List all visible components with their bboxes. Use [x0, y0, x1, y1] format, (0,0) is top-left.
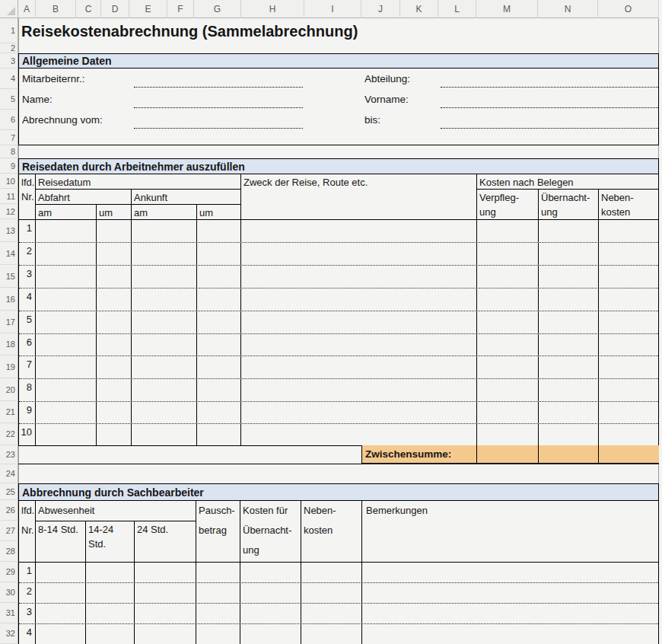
- clerk-row-cell[interactable]: [301, 604, 362, 623]
- subtotal-uebernachtung-cell[interactable]: [539, 445, 599, 463]
- clerk-row-cell[interactable]: [36, 624, 86, 644]
- row-header-16[interactable]: 16: [0, 288, 18, 311]
- clerk-row-number[interactable]: 1: [19, 563, 36, 582]
- travel-row-cell[interactable]: [36, 289, 97, 311]
- travel-row-cell[interactable]: [97, 334, 132, 355]
- travel-row-cell[interactable]: [197, 311, 241, 333]
- travel-row-number[interactable]: 5: [19, 311, 36, 333]
- header-verpflegung[interactable]: Verpfleg- ung: [477, 190, 539, 220]
- column-header-L[interactable]: L: [438, 0, 476, 18]
- travel-row-cell[interactable]: [599, 243, 658, 265]
- travel-row-cell[interactable]: [539, 379, 599, 401]
- travel-row-cell[interactable]: [241, 424, 477, 446]
- row-header-11[interactable]: 11: [0, 189, 18, 204]
- travel-row-cell[interactable]: [599, 311, 658, 333]
- travel-row-cell[interactable]: [241, 334, 477, 355]
- travel-row-cell[interactable]: [599, 424, 658, 446]
- travel-row-cell[interactable]: [539, 356, 599, 378]
- header-abfahrt-am[interactable]: am: [36, 205, 97, 220]
- travel-row-cell[interactable]: [132, 266, 197, 288]
- column-header-C[interactable]: C: [76, 0, 101, 18]
- travel-row-cell[interactable]: [36, 424, 97, 446]
- header-uebernachtung[interactable]: Übernacht- ung: [539, 190, 599, 220]
- clerk-row-number[interactable]: 4: [19, 624, 36, 644]
- row-header-29[interactable]: 29: [0, 562, 18, 582]
- travel-row-cell[interactable]: [197, 243, 241, 265]
- travel-row-cell[interactable]: [197, 220, 241, 242]
- column-header-M[interactable]: M: [476, 0, 538, 18]
- input-line-bis[interactable]: [441, 128, 658, 129]
- travel-row-cell[interactable]: [241, 289, 477, 311]
- clerk-row-cell[interactable]: [196, 583, 240, 603]
- header-ankunft-um[interactable]: um: [197, 205, 241, 220]
- travel-row-cell[interactable]: [539, 289, 599, 311]
- clerk-row-cell[interactable]: [240, 604, 301, 623]
- clerk-row-cell[interactable]: [196, 604, 240, 623]
- clerk-header-14-24-std[interactable]: 14-24 Std.: [86, 521, 135, 563]
- row-header-13[interactable]: 13: [0, 219, 18, 242]
- travel-row-cell[interactable]: [97, 220, 132, 242]
- row-header-3[interactable]: 3: [0, 53, 18, 69]
- travel-row-cell[interactable]: [477, 243, 539, 265]
- travel-row-cell[interactable]: [241, 266, 477, 288]
- row-header-30[interactable]: 30: [0, 582, 18, 603]
- row-header-9[interactable]: 9: [0, 158, 18, 174]
- travel-row-cell[interactable]: [477, 220, 539, 242]
- travel-row-cell[interactable]: [97, 243, 132, 265]
- clerk-row-cell[interactable]: [362, 563, 658, 582]
- header-abfahrt[interactable]: Abfahrt: [36, 190, 132, 205]
- header-ankunft[interactable]: Ankunft: [132, 190, 241, 205]
- column-header-E[interactable]: E: [129, 0, 167, 18]
- header-abfahrt-um[interactable]: um: [97, 205, 132, 220]
- travel-row-cell[interactable]: [599, 356, 658, 378]
- clerk-header-pauschbetrag[interactable]: Pausch- betrag: [196, 501, 240, 563]
- travel-row-number[interactable]: 4: [19, 289, 36, 311]
- travel-row-cell[interactable]: [97, 402, 132, 423]
- clerk-row-cell[interactable]: [86, 563, 135, 582]
- travel-row-number[interactable]: 10: [19, 424, 36, 446]
- travel-row-cell[interactable]: [477, 311, 539, 333]
- travel-row-cell[interactable]: [539, 424, 599, 446]
- header-nebenkosten[interactable]: Neben- kosten: [599, 190, 659, 220]
- select-all-corner[interactable]: [0, 0, 18, 18]
- travel-row-cell[interactable]: [539, 243, 599, 265]
- travel-row-cell[interactable]: [132, 334, 197, 355]
- travel-row-cell[interactable]: [241, 311, 477, 333]
- travel-row-number[interactable]: 3: [19, 266, 36, 288]
- column-header-F[interactable]: F: [167, 0, 194, 18]
- travel-row-number[interactable]: 1: [19, 220, 36, 242]
- row-header-10[interactable]: 10: [0, 174, 18, 189]
- travel-row-cell[interactable]: [477, 289, 539, 311]
- travel-row-cell[interactable]: [539, 334, 599, 355]
- column-header-J[interactable]: J: [361, 0, 400, 18]
- column-header-D[interactable]: D: [101, 0, 129, 18]
- clerk-header-abwesenheit[interactable]: Abwesenheit: [36, 501, 196, 521]
- clerk-header-lfd-nr[interactable]: lfd. Nr.: [19, 501, 36, 563]
- clerk-row-cell[interactable]: [36, 563, 86, 582]
- travel-row-cell[interactable]: [132, 243, 197, 265]
- clerk-row-cell[interactable]: [240, 583, 301, 603]
- clerk-header-kosten-uebernachtung[interactable]: Kosten für Übernacht- ung: [240, 501, 301, 563]
- travel-row-cell[interactable]: [36, 243, 97, 265]
- travel-row-cell[interactable]: [132, 424, 197, 446]
- clerk-row-cell[interactable]: [362, 624, 658, 644]
- clerk-header-24-std[interactable]: 24 Std.: [135, 521, 196, 563]
- row-header-17[interactable]: 17: [0, 311, 18, 333]
- travel-row-cell[interactable]: [539, 220, 599, 242]
- row-header-21[interactable]: 21: [0, 401, 18, 423]
- row-header-5[interactable]: 5: [0, 89, 18, 110]
- travel-row-cell[interactable]: [36, 356, 97, 378]
- travel-row-cell[interactable]: [241, 220, 477, 242]
- column-header-H[interactable]: H: [241, 0, 304, 18]
- input-line-vorname[interactable]: [441, 107, 658, 108]
- clerk-row-cell[interactable]: [135, 563, 196, 582]
- clerk-row-cell[interactable]: [86, 604, 135, 623]
- travel-row-cell[interactable]: [599, 402, 658, 423]
- travel-row-cell[interactable]: [97, 266, 132, 288]
- clerk-row-cell[interactable]: [196, 563, 240, 582]
- subtotal-nebenkosten-cell[interactable]: [599, 445, 659, 463]
- clerk-row-cell[interactable]: [362, 604, 658, 623]
- travel-row-cell[interactable]: [197, 289, 241, 311]
- clerk-row-cell[interactable]: [135, 583, 196, 603]
- row-header-22[interactable]: 22: [0, 423, 18, 445]
